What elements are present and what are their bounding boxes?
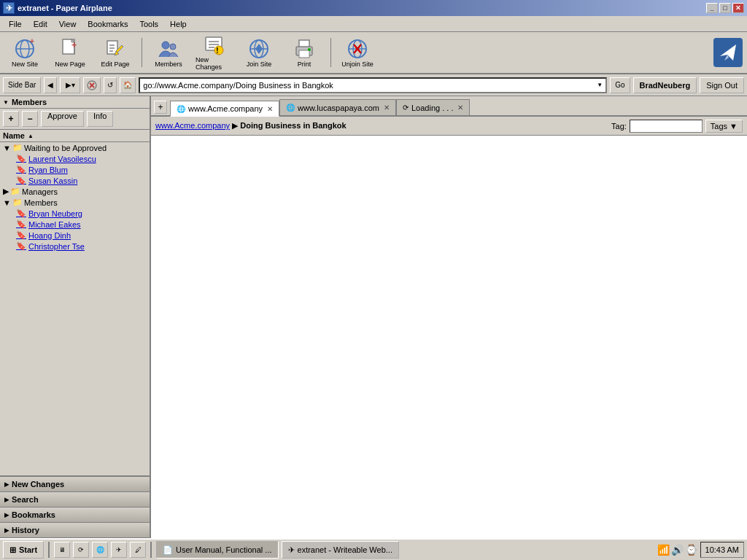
svg-rect-24 — [299, 50, 309, 58]
menu-view[interactable]: View — [53, 18, 82, 30]
svg-point-12 — [170, 44, 176, 50]
taskbar-tray-icons: 📶 🔊 ⌚ — [657, 544, 697, 556]
search-section-arrow: ▶ — [4, 497, 9, 503]
navbar: Side Bar ◀ ▶▾ ↺ 🏠 go://www.Acme.company/… — [0, 74, 747, 96]
search-section[interactable]: ▶ Search — [0, 492, 150, 508]
remove-member-button[interactable]: − — [22, 111, 38, 127]
print-button[interactable]: Print — [284, 34, 325, 71]
member-item[interactable]: 🔖 Laurent Vasoilescu — [13, 153, 150, 164]
members-icon — [157, 37, 180, 61]
members-group-header[interactable]: ▼ 📁 Members — [0, 197, 150, 208]
toolbar-sep1 — [142, 38, 142, 67]
waiting-group-label: Waiting to be Approved — [24, 144, 107, 152]
stop-button[interactable] — [83, 77, 101, 93]
new-changes-button[interactable]: ! New Changes — [193, 34, 234, 71]
members-button[interactable]: Members — [148, 34, 189, 71]
tab-acme[interactable]: 🌐 www.Acme.company ✕ — [170, 101, 279, 117]
taskbar-icon3[interactable]: 🌐 — [92, 542, 108, 558]
edit-page-button[interactable]: Edit Page — [95, 34, 136, 71]
tray-icon2[interactable]: 🔊 — [671, 544, 684, 556]
member-icon: 🔖 — [16, 219, 26, 229]
menu-file[interactable]: File — [3, 18, 28, 30]
waiting-group-header[interactable]: ▼ 📁 Waiting to be Approved — [0, 142, 150, 153]
member-item[interactable]: 🔖 Ryan Blum — [13, 164, 150, 175]
taskbar-app-extranet-label: extranet - Writeable Web... — [298, 545, 392, 554]
toolbar: + New Site + New Page Edit — [0, 32, 747, 74]
main-area: ▼ Members + − Approve Info Name ▲ ▼ 📁 Wa… — [0, 96, 747, 538]
tab-lucas[interactable]: 🌐 www.lucaspapaya.com ✕ — [279, 99, 396, 115]
member-icon: 🔖 — [16, 176, 26, 185]
sidebar-button[interactable]: Side Bar — [3, 77, 41, 93]
sidebar-bottom: ▶ New Changes ▶ Search ▶ Bookmarks ▶ His… — [0, 475, 150, 538]
waiting-triangle-icon: ▼ — [3, 144, 11, 152]
taskbar-app-extranet[interactable]: ✈ extranet - Writeable Web... — [282, 541, 399, 559]
taskbar-app-usermanual-label: User Manual, Functional ... — [176, 545, 271, 554]
menu-bookmarks[interactable]: Bookmarks — [82, 18, 133, 30]
tab-lucas-label: www.lucaspapaya.com — [298, 104, 379, 112]
tab-lucas-close[interactable]: ✕ — [384, 104, 390, 112]
browser-area: + 🌐 www.Acme.company ✕ 🌐 www.lucaspapaya… — [151, 96, 747, 538]
tray-icon3[interactable]: ⌚ — [685, 544, 697, 556]
sidebar-collapse-icon[interactable]: ▼ — [3, 99, 9, 106]
taskbar-icon5[interactable]: 🖊 — [130, 542, 146, 558]
member-icon: 🔖 — [16, 165, 26, 174]
unjoin-site-label: Unjoin Site — [341, 61, 374, 68]
start-button[interactable]: ⊞ Start — [3, 541, 44, 559]
managers-group-header[interactable]: ▶ 📁 Managers — [0, 186, 150, 197]
menu-tools[interactable]: Tools — [133, 18, 164, 30]
add-member-button[interactable]: + — [3, 111, 19, 127]
taskbar-icon2[interactable]: ⟳ — [73, 542, 89, 558]
member-item[interactable]: 🔖 Hoang Dinh — [13, 230, 150, 241]
refresh-button[interactable]: ↺ — [104, 77, 117, 93]
svg-text:!: ! — [216, 46, 219, 55]
menu-help[interactable]: Help — [164, 18, 193, 30]
tab-acme-favicon: 🌐 — [177, 105, 185, 113]
loading-spinner-icon: ⟳ — [403, 104, 409, 112]
sort-icon[interactable]: ▲ — [28, 133, 34, 139]
breadcrumb-root-link[interactable]: www.Acme.company — [155, 121, 230, 130]
new-page-button[interactable]: + New Page — [50, 34, 90, 71]
history-section-label: History — [12, 526, 39, 534]
tab-acme-close[interactable]: ✕ — [267, 105, 273, 113]
tab-loading-close[interactable]: ✕ — [457, 104, 463, 112]
managers-group-label: Managers — [22, 187, 58, 196]
sidebar-header: ▼ Members — [0, 96, 150, 109]
tag-input[interactable] — [630, 120, 703, 133]
unjoin-site-button[interactable]: Unjoin Site — [337, 34, 378, 71]
forward-button[interactable]: ▶▾ — [60, 77, 80, 93]
member-item[interactable]: 🔖 Michael Eakes — [13, 219, 150, 230]
signout-button[interactable]: Sign Out — [700, 77, 744, 93]
name-column-label: Name — [3, 131, 25, 140]
history-section[interactable]: ▶ History — [0, 523, 150, 538]
minimize-button[interactable]: _ — [706, 3, 718, 13]
back-button[interactable]: ◀ — [44, 77, 57, 93]
bookmarks-section[interactable]: ▶ Bookmarks — [0, 508, 150, 523]
user-button[interactable]: BradNeuberg — [633, 77, 697, 93]
home-button[interactable]: 🏠 — [120, 77, 136, 93]
new-changes-section[interactable]: ▶ New Changes — [0, 477, 150, 492]
titlebar: ✈ extranet - Paper Airplane _ □ ✕ — [0, 0, 747, 16]
taskbar-app-usermanual[interactable]: 📄 User Manual, Functional ... — [156, 541, 278, 559]
menu-edit[interactable]: Edit — [28, 18, 53, 30]
go-button[interactable]: Go — [610, 77, 630, 93]
member-name: Christopher Tse — [28, 242, 85, 251]
content-area — [151, 136, 747, 538]
approve-button[interactable]: Approve — [41, 111, 84, 127]
maximize-button[interactable]: □ — [719, 3, 731, 13]
address-dropdown-icon[interactable]: ▼ — [597, 82, 603, 88]
member-item[interactable]: 🔖 Bryan Neuberg — [13, 208, 150, 219]
member-item[interactable]: 🔖 Susan Kassin — [13, 175, 150, 186]
taskbar-icon4[interactable]: ✈ — [111, 542, 127, 558]
info-button[interactable]: Info — [87, 111, 113, 127]
tab-loading[interactable]: ⟳ Loading . . . ✕ — [396, 99, 471, 115]
member-item[interactable]: 🔖 Christopher Tse — [13, 241, 150, 252]
tags-button[interactable]: Tags ▼ — [705, 120, 743, 133]
join-site-button[interactable]: Join Site — [239, 34, 279, 71]
window-title: extranet - Paper Airplane — [18, 4, 112, 12]
tray-icon1[interactable]: 📶 — [657, 544, 670, 556]
taskbar-icon1[interactable]: 🖥 — [54, 542, 70, 558]
member-name: Hoang Dinh — [28, 231, 71, 240]
close-button[interactable]: ✕ — [732, 3, 744, 13]
new-site-button[interactable]: + New Site — [4, 34, 45, 71]
new-tab-button[interactable]: + — [154, 101, 167, 114]
